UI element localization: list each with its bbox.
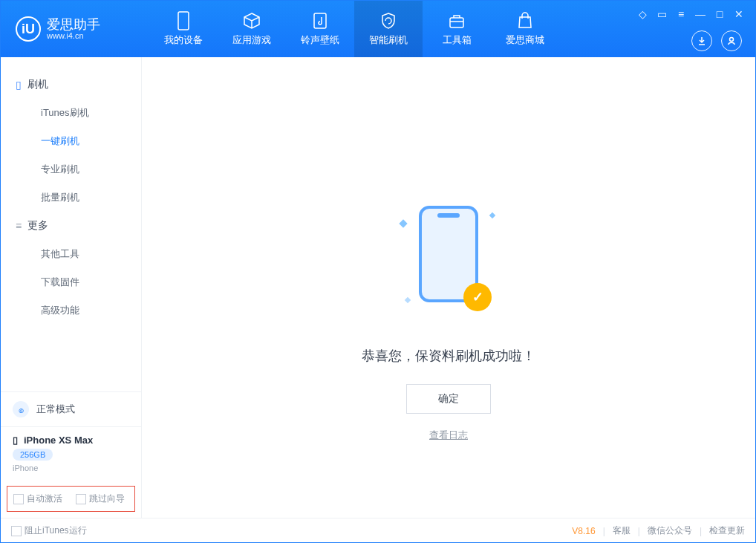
support-link[interactable]: 客服 (613, 524, 630, 537)
app-subtitle: www.i4.cn (47, 31, 100, 40)
toolbox-icon (447, 11, 466, 30)
device-type: iPhone (13, 464, 129, 472)
group-label: 更多 (27, 219, 48, 233)
main-content: ✓ 恭喜您，保资料刷机成功啦！ 确定 查看日志 (142, 57, 755, 518)
close-button[interactable]: ✕ (731, 7, 746, 22)
shield-refresh-icon (379, 11, 398, 30)
svg-point-4 (730, 38, 734, 42)
sidebar: ▯ 刷机 iTunes刷机 一键刷机 专业刷机 批量刷机 ≡ 更多 其他工具 下… (1, 57, 142, 518)
sidebar-item-oneclick[interactable]: 一键刷机 (1, 127, 141, 155)
block-itunes-checkbox[interactable]: 阻止iTunes运行 (11, 524, 87, 537)
tab-toolbox[interactable]: 工具箱 (423, 1, 491, 57)
tab-store[interactable]: 爱思商城 (491, 1, 559, 57)
success-message: 恭喜您，保资料刷机成功啦！ (362, 347, 535, 365)
main-tabs: 我的设备 应用游戏 铃声壁纸 智能刷机 工具箱 爱思商城 (149, 1, 559, 57)
logo-area: iU 爱思助手 www.i4.cn (1, 16, 149, 42)
svg-rect-1 (314, 13, 326, 28)
sparkle-icon (399, 219, 407, 227)
view-log-link[interactable]: 查看日志 (362, 429, 535, 442)
skip-guide-checkbox[interactable]: 跳过向导 (76, 492, 125, 505)
auto-activate-checkbox[interactable]: 自动激活 (13, 492, 62, 505)
phone-illustration: ✓ (397, 198, 501, 325)
download-button[interactable] (691, 30, 712, 51)
window-controls: ◇ ▭ ≡ — □ ✕ (635, 7, 746, 22)
footer: 阻止iTunes运行 V8.16 | 客服 | 微信公众号 | 检查更新 (1, 518, 755, 543)
sidebar-bottom: ๏ 正常模式 ▯ iPhone XS Max 256GB iPhone 自动激活… (1, 391, 141, 518)
music-icon (310, 11, 330, 30)
sidebar-item-firmware[interactable]: 下载固件 (1, 268, 141, 296)
tab-my-device[interactable]: 我的设备 (149, 1, 218, 57)
tab-label: 爱思商城 (506, 33, 544, 47)
group-label: 刷机 (27, 78, 48, 91)
sidebar-item-other[interactable]: 其他工具 (1, 240, 141, 268)
tab-ringtone[interactable]: 铃声壁纸 (286, 1, 354, 57)
sidebar-item-pro[interactable]: 专业刷机 (1, 155, 141, 183)
tab-label: 智能刷机 (369, 33, 408, 47)
wechat-link[interactable]: 微信公众号 (648, 524, 692, 537)
success-panel: ✓ 恭喜您，保资料刷机成功啦！ 确定 查看日志 (362, 198, 535, 442)
phone-icon (174, 11, 193, 30)
mode-card[interactable]: ๏ 正常模式 (1, 392, 141, 426)
header: iU 爱思助手 www.i4.cn 我的设备 应用游戏 铃声壁纸 智能刷机 工具… (1, 1, 755, 57)
device-storage-badge: 256GB (13, 449, 53, 461)
tab-label: 工具箱 (443, 33, 472, 47)
feedback-icon[interactable]: ▭ (654, 7, 669, 22)
app-title: 爱思助手 (47, 18, 100, 31)
logo-text: 爱思助手 www.i4.cn (47, 18, 100, 40)
minimize-button[interactable]: — (693, 7, 708, 22)
version-label: V8.16 (572, 526, 595, 536)
sidebar-item-batch[interactable]: 批量刷机 (1, 183, 141, 212)
tab-label: 铃声壁纸 (301, 33, 339, 47)
list-icon: ≡ (16, 220, 22, 232)
sparkle-icon (489, 212, 495, 218)
highlighted-options: 自动激活 跳过向导 (7, 486, 135, 512)
check-update-link[interactable]: 检查更新 (709, 524, 745, 537)
bag-icon (515, 11, 535, 30)
sidebar-item-itunes[interactable]: iTunes刷机 (1, 99, 141, 127)
maximize-button[interactable]: □ (712, 7, 727, 22)
device-icon: ▯ (13, 435, 18, 446)
sidebar-group-flash: ▯ 刷机 (1, 71, 141, 99)
mode-icon: ๏ (13, 401, 29, 417)
device-card[interactable]: ▯ iPhone XS Max 256GB iPhone (1, 426, 141, 483)
ok-button[interactable]: 确定 (406, 384, 491, 414)
tab-label: 我的设备 (164, 33, 203, 47)
mode-label: 正常模式 (36, 403, 75, 416)
tab-apps[interactable]: 应用游戏 (218, 1, 286, 57)
header-actions (691, 30, 742, 51)
logo-icon: iU (16, 16, 41, 42)
device-name-label: iPhone XS Max (24, 435, 93, 446)
check-badge-icon: ✓ (463, 283, 492, 311)
tab-label: 应用游戏 (232, 33, 271, 47)
skin-icon[interactable]: ◇ (635, 7, 650, 22)
menu-icon[interactable]: ≡ (674, 7, 688, 22)
tab-flash[interactable]: 智能刷机 (354, 1, 423, 57)
phone-small-icon: ▯ (16, 79, 22, 91)
svg-rect-0 (178, 12, 189, 30)
sidebar-group-more: ≡ 更多 (1, 212, 141, 240)
footer-right: V8.16 | 客服 | 微信公众号 | 检查更新 (572, 524, 745, 537)
user-button[interactable] (721, 30, 742, 51)
svg-rect-2 (450, 18, 463, 27)
cube-icon (242, 11, 261, 30)
sparkle-icon (405, 297, 411, 303)
body: ▯ 刷机 iTunes刷机 一键刷机 专业刷机 批量刷机 ≡ 更多 其他工具 下… (1, 57, 755, 518)
footer-left: 阻止iTunes运行 (11, 524, 87, 537)
sidebar-item-advanced[interactable]: 高级功能 (1, 296, 141, 325)
sidebar-list: ▯ 刷机 iTunes刷机 一键刷机 专业刷机 批量刷机 ≡ 更多 其他工具 下… (1, 57, 141, 391)
